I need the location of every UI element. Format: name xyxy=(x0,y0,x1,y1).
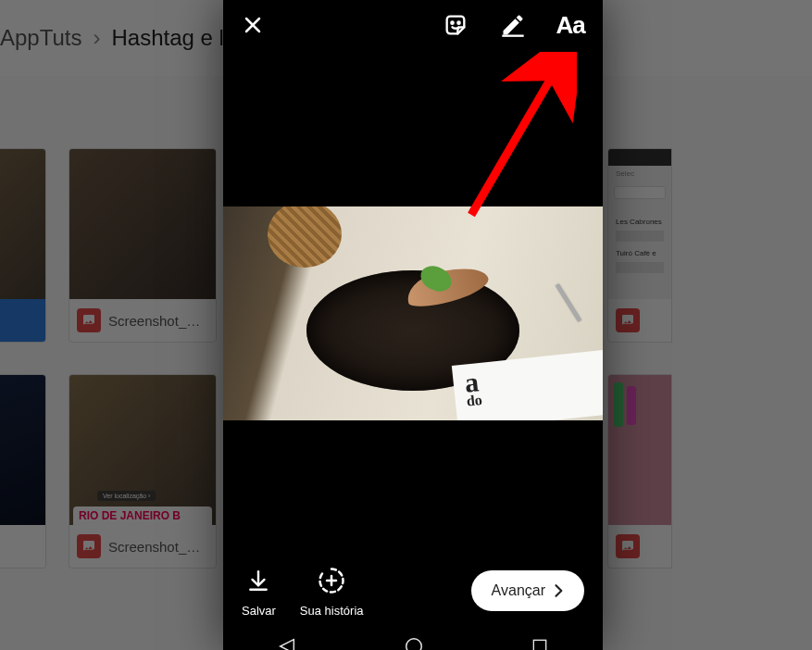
recents-nav-icon[interactable] xyxy=(531,637,549,650)
next-label: Avançar xyxy=(492,582,545,599)
chevron-right-icon xyxy=(549,581,568,600)
story-toolbar: Aa xyxy=(223,0,603,50)
annotation-arrow xyxy=(466,52,577,219)
svg-line-5 xyxy=(471,59,562,215)
svg-rect-4 xyxy=(502,35,523,37)
your-story-label: Sua história xyxy=(300,604,364,618)
svg-point-8 xyxy=(406,639,422,650)
android-nav-bar xyxy=(223,639,603,650)
text-tool-button[interactable]: Aa xyxy=(555,9,586,41)
draw-button[interactable] xyxy=(497,9,529,41)
svg-point-3 xyxy=(457,22,459,24)
save-button[interactable]: Salvar xyxy=(242,565,276,618)
close-button[interactable] xyxy=(240,12,266,38)
svg-rect-9 xyxy=(534,640,546,650)
story-photo[interactable]: ado xyxy=(223,206,603,420)
svg-point-2 xyxy=(451,22,453,24)
add-story-icon xyxy=(316,565,347,596)
story-editor: Aa ado Salvar xyxy=(223,0,603,650)
story-bottom-bar: Salvar Sua história Avançar xyxy=(223,539,603,650)
next-button[interactable]: Avançar xyxy=(471,570,584,611)
back-nav-icon[interactable] xyxy=(277,636,297,650)
home-nav-icon[interactable] xyxy=(404,636,424,650)
sticker-button[interactable] xyxy=(440,9,471,41)
save-label: Salvar xyxy=(242,604,276,618)
your-story-button[interactable]: Sua história xyxy=(300,565,364,618)
download-icon xyxy=(243,565,274,596)
